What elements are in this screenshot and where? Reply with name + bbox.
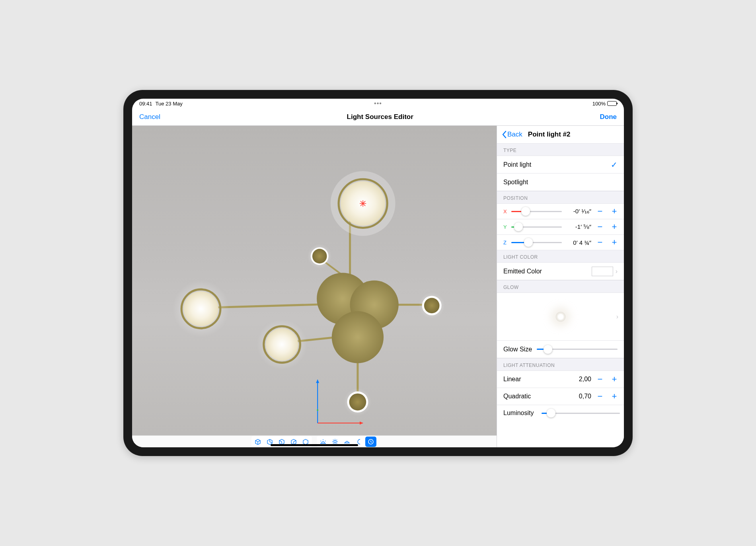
chevron-right-icon: › — [616, 313, 618, 320]
page-title: Light Sources Editor — [347, 113, 413, 121]
position-z-row: Z 0′ 4 ¾″ − + — [497, 235, 624, 250]
section-light-color-header: LIGHT COLOR — [497, 250, 624, 263]
status-date: Tue 23 May — [156, 101, 183, 107]
section-glow-header: GLOW — [497, 280, 624, 293]
position-x-row: X -0′ ¹⁄₁₆″ − + — [497, 204, 624, 219]
emitted-color-swatch[interactable] — [592, 267, 613, 276]
battery-percent: 100% — [592, 101, 606, 107]
attenuation-linear-row: Linear 2,00 − + — [497, 371, 624, 388]
glow-preview-row[interactable]: › — [497, 293, 624, 341]
viewport-3d[interactable] — [132, 126, 497, 447]
panel-nav: Back Point light #2 — [497, 126, 624, 143]
checkmark-icon: ✓ — [611, 160, 618, 170]
svg-point-27 — [424, 298, 440, 314]
panel-title: Point light #2 — [528, 131, 571, 138]
section-position-header: POSITION — [497, 191, 624, 204]
svg-point-36 — [334, 441, 336, 443]
svg-point-8 — [332, 311, 384, 363]
glow-size-label: Glow Size — [503, 346, 532, 353]
position-z-plus[interactable]: + — [609, 237, 620, 248]
section-type-header: TYPE — [497, 143, 624, 156]
position-x-plus[interactable]: + — [609, 206, 620, 216]
type-option-spotlight[interactable]: Spotlight — [497, 174, 624, 191]
status-time: 09:41 — [139, 101, 152, 107]
scene-svg — [132, 126, 497, 435]
section-attenuation-header: LIGHT ATTENUATION — [497, 358, 624, 371]
axis-x-label: X — [503, 209, 508, 214]
back-button[interactable]: Back — [502, 131, 522, 138]
chevron-left-icon — [502, 131, 507, 138]
navigation-bar: Cancel Light Sources Editor Done — [132, 108, 624, 126]
quadratic-plus[interactable]: + — [609, 391, 620, 402]
position-z-value: 0′ 4 ¾″ — [565, 239, 591, 246]
position-y-slider[interactable] — [511, 222, 562, 232]
position-x-value: -0′ ¹⁄₁₆″ — [565, 208, 591, 215]
position-y-row: Y -1′ ⁵⁄₈″ − + — [497, 219, 624, 235]
axis-z-label: Z — [503, 240, 508, 246]
position-x-minus[interactable]: − — [594, 206, 606, 216]
glow-preview-icon — [555, 311, 566, 322]
linear-minus[interactable]: − — [594, 374, 606, 384]
svg-marker-32 — [360, 421, 363, 425]
chevron-right-icon: › — [616, 268, 618, 275]
type-option-point[interactable]: Point light ✓ — [497, 156, 624, 174]
position-z-slider[interactable] — [511, 238, 562, 247]
multitask-dots-icon[interactable]: ••• — [374, 100, 382, 107]
quadratic-label: Quadratic — [503, 393, 569, 400]
glow-size-row: Glow Size — [497, 341, 624, 358]
quadratic-minus[interactable]: − — [594, 391, 606, 402]
luminosity-label: Luminosity — [503, 410, 534, 417]
screen: 09:41 Tue 23 May ••• 100% Cancel Light S… — [132, 99, 624, 447]
svg-point-24 — [312, 249, 327, 263]
back-label: Back — [507, 131, 522, 138]
view-cube-1-icon[interactable] — [252, 437, 263, 447]
clock-icon[interactable] — [365, 437, 376, 447]
emitted-color-row[interactable]: Emitted Color › — [497, 263, 624, 280]
attenuation-quadratic-row: Quadratic 0,70 − + — [497, 388, 624, 405]
inspector-panel: Back Point light #2 TYPE Point light ✓ S… — [497, 126, 624, 447]
linear-plus[interactable]: + — [609, 374, 620, 384]
position-y-value: -1′ ⁵⁄₈″ — [565, 223, 591, 230]
quadratic-value: 0,70 — [572, 393, 591, 400]
home-indicator[interactable] — [271, 444, 358, 446]
emitted-color-label: Emitted Color — [503, 268, 592, 275]
svg-point-30 — [349, 394, 366, 411]
luminosity-slider[interactable] — [542, 408, 620, 418]
svg-point-21 — [266, 328, 298, 361]
attenuation-luminosity-row: Luminosity — [497, 405, 624, 421]
svg-point-35 — [317, 409, 318, 411]
linear-value: 2,00 — [572, 376, 591, 383]
svg-marker-34 — [316, 380, 319, 383]
position-y-plus[interactable]: + — [609, 222, 620, 232]
type-point-label: Point light — [503, 161, 611, 168]
type-spot-label: Spotlight — [503, 179, 618, 186]
position-x-slider[interactable] — [511, 207, 562, 216]
done-button[interactable]: Done — [600, 113, 617, 121]
viewport-toolbar — [132, 435, 497, 448]
glow-size-slider[interactable] — [537, 345, 618, 354]
svg-point-18 — [183, 291, 218, 326]
status-bar: 09:41 Tue 23 May ••• 100% — [132, 99, 624, 108]
ipad-device-frame: 09:41 Tue 23 May ••• 100% Cancel Light S… — [123, 90, 633, 456]
cancel-button[interactable]: Cancel — [139, 113, 160, 121]
axis-y-label: Y — [503, 224, 508, 230]
position-z-minus[interactable]: − — [594, 237, 606, 248]
position-y-minus[interactable]: − — [594, 222, 606, 232]
linear-label: Linear — [503, 376, 569, 383]
battery-icon — [607, 101, 617, 106]
scene-canvas[interactable] — [132, 126, 497, 435]
